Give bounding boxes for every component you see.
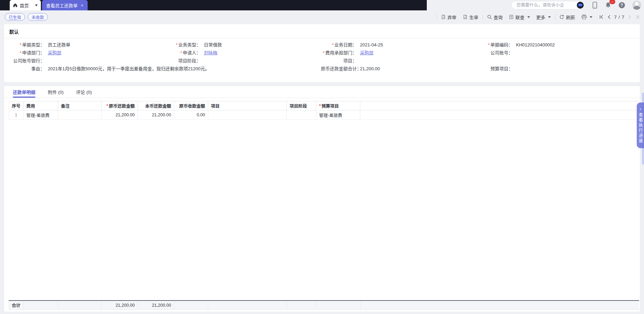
total-label: 合计 bbox=[9, 301, 24, 310]
mobile-icon[interactable] bbox=[592, 2, 598, 9]
field-company-bank: 公司账号银行： bbox=[9, 58, 165, 64]
tab-home[interactable]: 首页 bbox=[10, 0, 41, 10]
detail-tabs: 还款单明细 附件 (0) 评论 (0) bbox=[4, 86, 640, 98]
refresh-button[interactable]: 刷新 bbox=[556, 14, 578, 20]
detail-card: 还款单明细 附件 (0) 评论 (0) 序号 费用 备注 *原币还款金额 本币还… bbox=[4, 86, 640, 312]
field-reason: 事由： 2021年1月5日借款50000元，用于一季度出差备用金，现归还剩余款项… bbox=[9, 66, 321, 72]
tab-active-label: 查看员工还款单 bbox=[46, 2, 78, 9]
col-budget-item[interactable]: *预算项目 bbox=[316, 101, 360, 110]
cell-orig-repay[interactable]: 21,200.00 bbox=[102, 110, 138, 120]
next-page-button[interactable] bbox=[628, 15, 632, 19]
col-project-stage[interactable]: 项目阶段 bbox=[287, 101, 316, 110]
pagination: 7 / 7 bbox=[599, 15, 640, 20]
separator bbox=[555, 15, 555, 19]
chevron-down-icon bbox=[548, 16, 551, 18]
help-icon[interactable]: ? bbox=[619, 2, 625, 8]
tab-comments[interactable]: 评论 (0) bbox=[76, 86, 92, 98]
col-orig-receipt[interactable]: 原币收款金额 bbox=[174, 101, 208, 110]
generate-doc-label: 生单 bbox=[469, 14, 478, 20]
cell-budget-item[interactable]: 管理-差旅费 bbox=[316, 110, 360, 120]
cell-expense[interactable]: 管理-差旅费 bbox=[24, 110, 58, 120]
top-bar: 首页 查看员工还款单 × ⋯ ? bbox=[0, 0, 644, 10]
applicant-link[interactable]: 刘咏梅 bbox=[204, 50, 218, 55]
tab-repayment-detail[interactable]: 还款单明细 bbox=[13, 86, 35, 98]
col-project[interactable]: 项目 bbox=[208, 101, 287, 110]
notification-badge: ⋯ bbox=[609, 0, 615, 4]
status-badges: 已生效 未收款 bbox=[5, 13, 48, 21]
close-icon[interactable]: × bbox=[81, 3, 83, 8]
total-cell bbox=[58, 301, 102, 310]
table-row[interactable]: 1 管理-差旅费 21,200.00 21,200.00 0.00 管理-差旅费 bbox=[9, 110, 639, 120]
col-local-repay[interactable]: 本币还款金额 bbox=[138, 101, 174, 110]
field-doc-type: *单据类型： 员工还款单 bbox=[9, 42, 165, 48]
col-remark[interactable]: 备注 bbox=[58, 101, 102, 110]
table-header-row: 序号 费用 备注 *原币还款金额 本币还款金额 原币收款金额 项目 项目阶段 *… bbox=[9, 101, 639, 110]
cell-orig-receipt[interactable]: 0.00 bbox=[174, 110, 208, 120]
abandon-audit-label: 弃审 bbox=[448, 14, 457, 20]
col-expense[interactable]: 费用 bbox=[24, 101, 58, 110]
expense-dept-link[interactable]: 采购部 bbox=[360, 50, 373, 55]
field-project-stage: 项目阶段： bbox=[165, 58, 321, 64]
separator bbox=[483, 15, 483, 19]
total-cell bbox=[360, 301, 639, 310]
apply-dept-link[interactable]: 采购部 bbox=[48, 50, 61, 55]
first-page-button[interactable] bbox=[599, 15, 604, 19]
cell-remark[interactable] bbox=[58, 110, 102, 120]
table-empty-area bbox=[9, 120, 639, 300]
abandon-audit-button[interactable]: 弃审 bbox=[438, 14, 460, 20]
drawer-label: 查看执行进度 bbox=[638, 113, 643, 144]
total-cell bbox=[208, 301, 287, 310]
last-page-button[interactable] bbox=[635, 15, 640, 19]
field-doc-type-value: 员工还款单 bbox=[48, 42, 70, 48]
field-expense-dept: *费用承担部门： 采购部 bbox=[321, 50, 477, 56]
col-extra bbox=[360, 101, 639, 110]
cell-project[interactable] bbox=[208, 110, 287, 120]
total-cell bbox=[174, 301, 208, 310]
search-icon bbox=[487, 15, 492, 19]
required-marker: * bbox=[106, 103, 108, 108]
required-marker: * bbox=[180, 50, 182, 55]
grid-spacer bbox=[477, 58, 633, 64]
cell-local-repay[interactable]: 21,200.00 bbox=[138, 110, 174, 120]
printer-icon bbox=[581, 15, 587, 19]
separator bbox=[436, 15, 437, 19]
execution-progress-drawer-button[interactable]: › 查看执行进度 bbox=[637, 102, 644, 148]
required-marker: * bbox=[319, 103, 321, 108]
print-button[interactable] bbox=[578, 15, 596, 19]
header-tools: ⋯ ? bbox=[511, 0, 641, 10]
tab-view-repayment[interactable]: 查看员工还款单 × bbox=[42, 0, 88, 10]
chevron-down-icon bbox=[527, 16, 530, 18]
prev-page-button[interactable] bbox=[607, 15, 611, 19]
generate-doc-button[interactable]: 生单 bbox=[460, 14, 482, 20]
detail-table: 序号 费用 备注 *原币还款金额 本币还款金额 原币收款金额 项目 项目阶段 *… bbox=[9, 101, 639, 310]
search-input[interactable] bbox=[516, 2, 577, 8]
assistant-search[interactable] bbox=[511, 1, 585, 9]
field-biz-date-value: 2021-04-25 bbox=[360, 42, 383, 48]
field-biz-type-value: 日常借款 bbox=[204, 42, 222, 48]
total-cell bbox=[287, 301, 316, 310]
table-total-row: 合计 21,200.00 21,200.00 bbox=[9, 300, 639, 310]
query-button[interactable]: 查询 bbox=[484, 14, 506, 20]
field-reason-value: 2021年1月5日借款50000元，用于一季度出差备用金，现归还剩余款项2120… bbox=[48, 66, 210, 72]
refresh-label: 刷新 bbox=[566, 14, 575, 20]
col-orig-repay[interactable]: *原币还款金额 bbox=[102, 101, 138, 110]
query-label: 查询 bbox=[494, 14, 503, 20]
form-fields: *单据类型： 员工还款单 *业务类型： 日常借款 *业务日期： 2021-04-… bbox=[4, 38, 640, 75]
tab-attachments[interactable]: 附件 (0) bbox=[48, 86, 64, 98]
tab-home-label: 首页 bbox=[20, 2, 33, 9]
linked-query-button[interactable]: 联查 bbox=[506, 14, 533, 20]
robot-assistant-icon[interactable] bbox=[577, 2, 584, 9]
more-label: 更多 bbox=[536, 14, 545, 20]
abandon-audit-icon bbox=[441, 15, 446, 19]
more-button[interactable]: 更多 bbox=[533, 14, 554, 20]
avatar[interactable] bbox=[632, 1, 641, 10]
tab-strip: 首页 查看员工还款单 × bbox=[0, 0, 427, 10]
cell-project-stage[interactable] bbox=[287, 110, 316, 120]
bell-icon[interactable]: ⋯ bbox=[605, 2, 611, 9]
toolbar-actions: 弃审 生单 查询 联查 更多 刷新 bbox=[435, 14, 644, 20]
chevron-down-icon[interactable] bbox=[35, 5, 38, 6]
required-marker: * bbox=[20, 50, 21, 55]
required-marker: * bbox=[323, 50, 325, 55]
field-orig-total: 原币还款金额合计： 21,200.00 bbox=[321, 66, 477, 72]
col-seq[interactable]: 序号 bbox=[9, 101, 24, 110]
